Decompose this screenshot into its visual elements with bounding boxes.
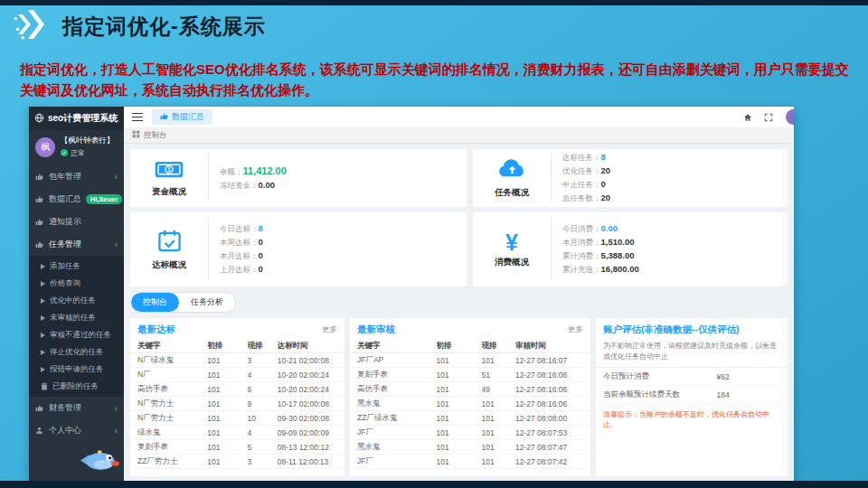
column-header: 达标时间 — [278, 341, 337, 352]
table-cell: 101 — [437, 356, 482, 365]
slide-logo-icon — [14, 8, 52, 44]
stat-value: 1,510.00 — [601, 237, 635, 247]
triangle-icon — [41, 281, 45, 286]
stat-value: 20 — [601, 165, 611, 175]
home-icon[interactable] — [743, 109, 752, 126]
stat-label: 中止任务： — [562, 180, 601, 191]
table-cell: 10-21 02:00:08 — [278, 356, 337, 365]
table-row: 高仿手表101610-20 02:00:24 — [130, 382, 344, 397]
card-spend: ¥ 消费概况 今日消费：0.00 本月消费：1,510.00 累计消费：5,38… — [473, 212, 788, 286]
user-block[interactable]: 枫 【枫叶钟表行】 正常 — [29, 130, 124, 165]
tasks-submenu: 添加任务 价格查询 优化中的任务 未审核的任务 审核不通过的任务 停止优化的任务 — [29, 256, 124, 397]
submenu-item-add-task[interactable]: 添加任务 — [29, 258, 124, 275]
table-cell: 101 — [482, 457, 516, 466]
table-cell: 101 — [207, 428, 247, 437]
chevron-left-icon: ‹ — [115, 403, 118, 413]
app-brand: seo计费管理系统 — [29, 107, 124, 130]
stat-label: 优化任务： — [562, 166, 601, 177]
main-area: 数据汇总 控制台 — [124, 107, 794, 482]
eval-table: 今日预计消费¥62当前余额预计续费天数184 — [596, 368, 788, 404]
stat-label: 本月达标： — [220, 251, 259, 262]
table-cell: 绿水鬼 — [137, 427, 207, 438]
table-body: JF厂AP10110112-27 08:16:07复刻手表1015112-27 … — [350, 353, 590, 469]
topbar-avatar[interactable] — [786, 109, 794, 125]
table-cell: 复刻手表 — [137, 442, 207, 453]
tab-task-analysis[interactable]: 任务分析 — [179, 293, 235, 312]
table-row: 复刻手表101508-13 12:00:12 — [130, 440, 344, 455]
panel-title: 最新审核 — [357, 324, 395, 336]
submenu-item-stopped[interactable]: 停止优化的任务 — [29, 343, 124, 361]
slide-header: 指定词优化-系统展示 — [14, 8, 266, 44]
sidebar-item-personal[interactable]: 个人中心 ‹ — [29, 419, 124, 442]
table-cell: 高仿手表 — [137, 384, 207, 395]
chevron-left-icon: ‹ — [115, 426, 118, 436]
more-link[interactable]: 更多 — [568, 324, 583, 335]
table-row: 高仿手表1014912-27 08:16:06 — [350, 382, 590, 397]
sidebar-item-data-summary[interactable]: 数据汇总 Hi,Seoer — [29, 188, 124, 211]
table-cell: 黑水鬼 — [357, 399, 437, 409]
table-cell: N厂 — [137, 370, 207, 380]
sidebar-item-finance[interactable]: 财务管理 ‹ — [29, 397, 124, 419]
tab-console[interactable]: 控制台 — [131, 293, 179, 312]
submenu-item-label: 添加任务 — [50, 261, 80, 272]
stat-value: 0 — [601, 179, 606, 189]
submenu-item-deleted[interactable]: 已删除的任务 — [29, 378, 124, 395]
table-cell: 当前余额预计续费天数 — [603, 389, 710, 400]
tab-data-summary[interactable]: 数据汇总 — [152, 109, 212, 125]
table-cell: 51 — [482, 371, 516, 380]
chevron-left-icon: ‹ — [115, 172, 118, 182]
panel-account-eval: 账户评估(非准确数据--仅供评估) 为不影响正常使用，请根据建议及时充值余额，以… — [596, 318, 788, 476]
table-row: N厂绿水鬼101310-21 02:00:08 — [130, 353, 344, 368]
table-cell: JF厂AP — [357, 355, 437, 366]
status-label: 正常 — [71, 148, 85, 158]
column-header: 关键字 — [357, 341, 437, 352]
stat-value: 16,800.00 — [601, 264, 639, 274]
table-cell: 08-13 12:00:12 — [278, 443, 337, 452]
column-header: 现排 — [482, 341, 516, 352]
table-cell: 12-27 08:08:00 — [515, 414, 583, 423]
column-header: 现排 — [248, 341, 278, 352]
sidebar-item-annual[interactable]: 包年管理 ‹ — [29, 165, 124, 188]
table-cell: JF厂 — [357, 427, 437, 438]
table-cell: 10-20 02:00:24 — [278, 371, 337, 380]
table-cell: 12-27 08:07:53 — [515, 428, 583, 437]
stat-label: 累计消费： — [562, 251, 601, 262]
table-row: JF厂10110112-27 08:07:42 — [350, 455, 590, 469]
console-icon — [132, 130, 140, 140]
stat-label: 今日消费： — [562, 224, 601, 235]
table-cell: ZZ厂绿水鬼 — [357, 413, 437, 424]
stat-label: 达标任务： — [562, 153, 601, 164]
table-cell: 黑水鬼 — [357, 442, 437, 453]
slide-top-bar — [0, 0, 868, 5]
table-cell: 101 — [437, 371, 482, 380]
trash-icon — [41, 382, 48, 390]
card-tasks: 任务概况 达标任务：8 优化任务：20 中止任务：0 总任务数：20 — [473, 149, 788, 207]
more-link[interactable]: 更多 — [322, 324, 337, 335]
table-cell: 09-09 02:00:09 — [278, 428, 337, 437]
submenu-item-rejected[interactable]: 审核不通过的任务 — [29, 326, 124, 343]
submenu-item-price-query[interactable]: 价格查询 — [29, 275, 124, 292]
triangle-icon — [41, 264, 45, 269]
submenu-item-unreviewed[interactable]: 未审核的任务 — [29, 309, 124, 326]
submenu-item-label: 停止优化的任务 — [50, 347, 104, 358]
submenu-item-label: 未审核的任务 — [50, 313, 96, 324]
submenu-item-optimizing[interactable]: 优化中的任务 — [29, 292, 124, 309]
hamburger-menu-icon[interactable] — [132, 113, 143, 122]
table-cell: 101 — [207, 457, 247, 466]
fullscreen-icon[interactable] — [764, 109, 773, 126]
panel-title: 账户评估(非准确数据--仅供评估) — [603, 324, 740, 336]
table-cell: 101 — [207, 443, 247, 452]
table-header: 关键字初排现排达标时间 — [130, 340, 344, 353]
status-ok-icon — [61, 149, 68, 158]
submenu-item-label: 审核不通过的任务 — [50, 330, 111, 341]
globe-icon — [34, 113, 44, 125]
sidebar-item-notice[interactable]: 通知提示 — [29, 211, 124, 233]
stat-value: 20 — [601, 192, 611, 202]
table-cell: 10-20 02:00:24 — [278, 385, 337, 394]
table-row: JF厂10110112-27 08:07:53 — [350, 426, 590, 440]
sidebar-item-tasks[interactable]: 任务管理 ‹ — [29, 233, 124, 256]
submenu-item-error-report[interactable]: 报错申请的任务 — [29, 361, 124, 378]
table-cell: 101 — [437, 457, 482, 466]
table-cell: 101 — [437, 414, 482, 423]
cloud-upload-icon — [497, 158, 527, 184]
